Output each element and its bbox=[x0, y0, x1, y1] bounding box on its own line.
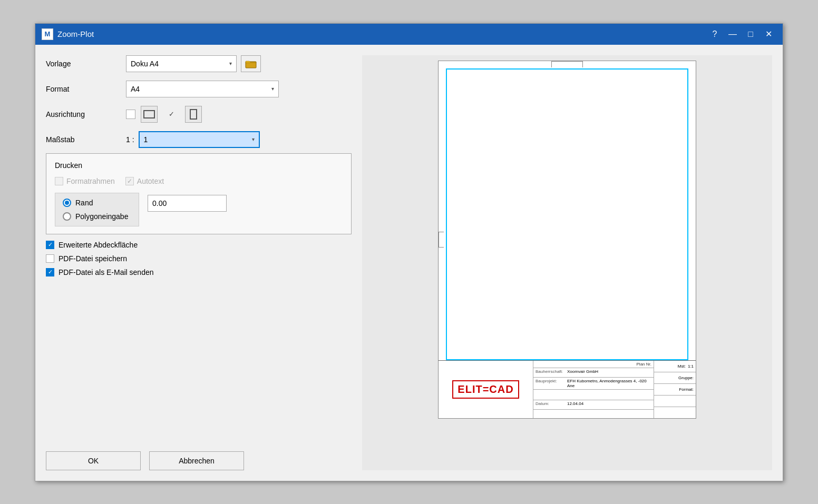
left-panel: Vorlage Doku A4 ▾ bbox=[46, 55, 352, 470]
rand-radio[interactable] bbox=[63, 199, 71, 207]
format-row: Format A4 ▾ bbox=[46, 81, 352, 97]
vorlage-dropdown-arrow: ▾ bbox=[229, 61, 232, 66]
title-block-logo: ELIT=CAD bbox=[439, 361, 533, 418]
massstab-controls: 1 : 1 ▾ bbox=[126, 131, 260, 148]
erweiterte-checkbox[interactable]: ✓ bbox=[46, 241, 54, 249]
title-block: ELIT=CAD Plan Nr. Bauherrschaft: Xoomvai… bbox=[439, 360, 696, 418]
ausrichtung-label: Ausrichtung bbox=[46, 110, 120, 118]
plan-nr-label: Plan Nr. bbox=[637, 362, 651, 367]
checkmark-icon: ✓ bbox=[169, 110, 174, 118]
massstab-dropdown[interactable]: 1 ▾ bbox=[139, 131, 260, 148]
close-button[interactable]: ✕ bbox=[761, 27, 776, 42]
rand-group: Rand Polygoneingabe 0.00 bbox=[55, 193, 343, 226]
massstab-dropdown-arrow: ▾ bbox=[252, 136, 255, 142]
pdf-email-label: PDF-Datei als E-Mail senden bbox=[59, 268, 154, 276]
help-button[interactable]: ? bbox=[707, 27, 723, 42]
autotext-checkbox[interactable]: ✓ bbox=[125, 177, 134, 185]
polygoneingabe-radio-item[interactable]: Polygoneingabe bbox=[63, 212, 131, 221]
minimize-button[interactable]: — bbox=[725, 27, 741, 42]
pdf-email-checkmark: ✓ bbox=[48, 269, 53, 275]
titlebar: M Zoom-Plot ? — □ ✕ bbox=[35, 24, 783, 45]
ausrichtung-checkbox[interactable] bbox=[126, 110, 135, 119]
format-right-row: Format: bbox=[654, 384, 696, 396]
gruppe-row: Gruppe: bbox=[654, 372, 696, 384]
company-row: Bauherrschaft: Xoomvair GmbH bbox=[533, 368, 654, 378]
format-label: Format bbox=[46, 85, 120, 93]
project-row: Bauprojekt: EFH Kubometro, Anmodengrasse… bbox=[533, 378, 654, 390]
landscape-icon-btn[interactable] bbox=[141, 106, 158, 123]
empty-row bbox=[533, 390, 654, 400]
erweiterte-label: Erweiterte Abdeckfläche bbox=[59, 241, 138, 249]
plot-border bbox=[446, 68, 688, 360]
massstab-label: Maßstab bbox=[46, 135, 120, 144]
window-title: Zoom-Plot bbox=[57, 29, 703, 38]
massstab-row: Maßstab 1 : 1 ▾ bbox=[46, 131, 352, 148]
erweiterte-row: ✓ Erweiterte Abdeckfläche bbox=[46, 241, 352, 249]
title-block-info: Plan Nr. Bauherrschaft: Xoomvair GmbH Ba… bbox=[533, 361, 654, 418]
format-dropdown-arrow: ▾ bbox=[271, 86, 274, 92]
checkmark-icon-btn[interactable]: ✓ bbox=[163, 106, 180, 123]
formatrahmen-label: Formatrahmen bbox=[66, 177, 115, 185]
company-value: Xoomvair GmbH bbox=[567, 369, 598, 376]
format-dropdown[interactable]: A4 ▾ bbox=[126, 81, 279, 97]
rand-value: 0.00 bbox=[152, 199, 167, 207]
ausrichtung-row: Ausrichtung ✓ bbox=[46, 106, 352, 123]
drucken-title: Drucken bbox=[55, 161, 343, 170]
ok-button[interactable]: OK bbox=[46, 451, 141, 470]
polygoneingabe-radio[interactable] bbox=[63, 212, 71, 221]
extra-row bbox=[654, 396, 696, 407]
window-controls: ? — □ ✕ bbox=[707, 27, 776, 42]
ausrichtung-controls: ✓ bbox=[126, 106, 202, 123]
landscape-icon bbox=[143, 110, 155, 118]
portrait-icon-btn[interactable] bbox=[185, 106, 202, 123]
format-controls: A4 ▾ bbox=[126, 81, 352, 97]
mst-value: 1:1 bbox=[688, 364, 694, 369]
right-panel: ELIT=CAD Plan Nr. Bauherrschaft: Xoomvai… bbox=[362, 55, 772, 470]
app-icon: M bbox=[42, 28, 53, 40]
pdf-speichern-checkbox[interactable] bbox=[46, 254, 54, 263]
elitecad-logo: ELIT=CAD bbox=[452, 380, 519, 399]
massstab-value: 1 bbox=[144, 135, 148, 144]
vorlage-row: Vorlage Doku A4 ▾ bbox=[46, 55, 352, 72]
datum-value: 12.04.04 bbox=[567, 401, 583, 408]
plan-nr-box: Plan Nr. bbox=[533, 361, 654, 368]
folder-icon bbox=[245, 59, 257, 68]
portrait-icon bbox=[190, 109, 197, 120]
vorlage-controls: Doku A4 ▾ bbox=[126, 55, 352, 72]
mst-row: Mst: 1:1 bbox=[654, 361, 696, 372]
pdf-speichern-row: PDF-Datei speichern bbox=[46, 254, 352, 263]
folder-button[interactable] bbox=[241, 55, 261, 72]
rand-label: Rand bbox=[75, 199, 93, 207]
cancel-button[interactable]: Abbrechen bbox=[149, 451, 244, 470]
rand-value-field[interactable]: 0.00 bbox=[148, 195, 227, 212]
title-block-right: Mst: 1:1 Gruppe: Format: bbox=[654, 361, 696, 418]
datum-label: Datum: bbox=[535, 401, 567, 408]
bottom-buttons: OK Abbrechen bbox=[46, 446, 352, 470]
pdf-speichern-label: PDF-Datei speichern bbox=[59, 254, 127, 263]
format-value: A4 bbox=[131, 85, 140, 93]
project-label: Bauprojekt: bbox=[535, 379, 567, 388]
autotext-checkmark: ✓ bbox=[127, 177, 132, 185]
rand-radio-item[interactable]: Rand bbox=[63, 199, 131, 207]
massstab-prefix: 1 : bbox=[126, 135, 134, 144]
maximize-button[interactable]: □ bbox=[743, 27, 758, 42]
vorlage-value: Doku A4 bbox=[131, 60, 159, 68]
radio-column: Rand Polygoneingabe bbox=[55, 193, 139, 226]
erweiterte-checkmark: ✓ bbox=[48, 241, 53, 248]
formatrahmen-item[interactable]: Formatrahmen bbox=[55, 177, 115, 185]
preview-paper bbox=[439, 61, 696, 360]
main-window: M Zoom-Plot ? — □ ✕ Vorlage Doku A4 ▾ bbox=[35, 23, 783, 481]
formatrahmen-checkbox[interactable] bbox=[55, 177, 63, 185]
form-section: Vorlage Doku A4 ▾ bbox=[46, 55, 352, 148]
drucken-options-row: Formatrahmen ✓ Autotext bbox=[55, 177, 343, 185]
polygoneingabe-label: Polygoneingabe bbox=[75, 212, 128, 221]
project-value: EFH Kubometro, Anmodengrasses 4, -020 An… bbox=[567, 379, 651, 388]
content-area: Vorlage Doku A4 ▾ bbox=[35, 45, 783, 481]
datum-row: Datum: 12.04.04 bbox=[533, 400, 654, 410]
vorlage-dropdown[interactable]: Doku A4 ▾ bbox=[126, 55, 237, 72]
gruppe-label: Gruppe: bbox=[678, 375, 694, 380]
pdf-email-checkbox[interactable]: ✓ bbox=[46, 268, 54, 276]
company-label: Bauherrschaft: bbox=[535, 369, 567, 376]
autotext-item[interactable]: ✓ Autotext bbox=[125, 177, 164, 185]
mst-label: Mst: bbox=[678, 364, 686, 369]
